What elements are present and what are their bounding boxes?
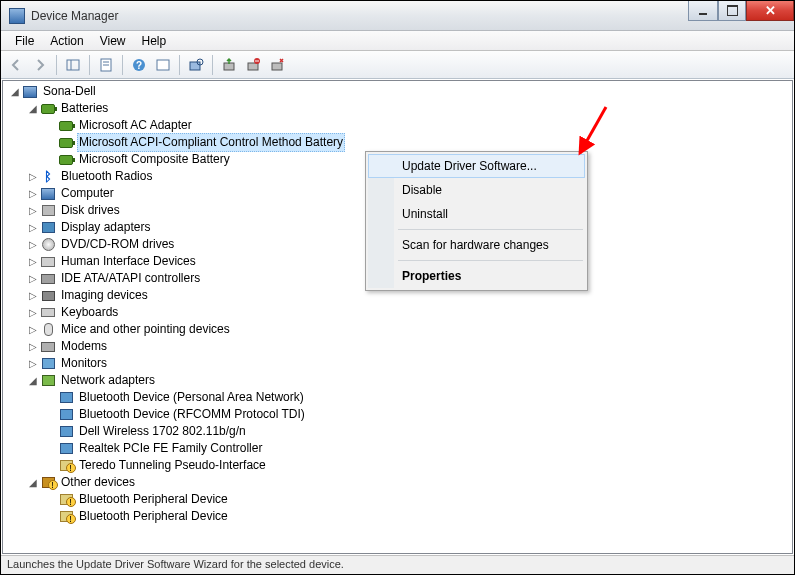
status-text: Launches the Update Driver Software Wiza… bbox=[7, 558, 344, 570]
tree-batteries[interactable]: ◢Batteries bbox=[5, 100, 792, 117]
tree-device-bt-periph-2[interactable]: Bluetooth Peripheral Device bbox=[5, 508, 792, 525]
app-icon bbox=[9, 8, 25, 24]
tree-modems[interactable]: ▷Modems bbox=[5, 338, 792, 355]
category-label: Batteries bbox=[59, 100, 110, 117]
device-label: Bluetooth Device (RFCOMM Protocol TDI) bbox=[77, 406, 307, 423]
tree-monitors[interactable]: ▷Monitors bbox=[5, 355, 792, 372]
category-label: Other devices bbox=[59, 474, 137, 491]
action-button[interactable] bbox=[152, 54, 174, 76]
tree-device-teredo[interactable]: Teredo Tunneling Pseudo-Interface bbox=[5, 457, 792, 474]
menubar: File Action View Help bbox=[1, 31, 794, 51]
category-label: Mice and other pointing devices bbox=[59, 321, 232, 338]
tree-keyboards[interactable]: ▷Keyboards bbox=[5, 304, 792, 321]
svg-rect-10 bbox=[224, 63, 234, 70]
disable-button[interactable] bbox=[266, 54, 288, 76]
category-label: IDE ATA/ATAPI controllers bbox=[59, 270, 202, 287]
scan-hardware-button[interactable] bbox=[185, 54, 207, 76]
svg-rect-14 bbox=[272, 63, 282, 70]
device-label: Microsoft Composite Battery bbox=[77, 151, 232, 168]
category-label: Computer bbox=[59, 185, 116, 202]
svg-rect-7 bbox=[157, 60, 169, 70]
tree-mice[interactable]: ▷Mice and other pointing devices bbox=[5, 321, 792, 338]
expand-icon[interactable]: ▷ bbox=[27, 219, 39, 236]
menu-label: Scan for hardware changes bbox=[402, 238, 549, 252]
forward-button[interactable] bbox=[29, 54, 51, 76]
context-disable[interactable]: Disable bbox=[368, 178, 585, 202]
device-label: Dell Wireless 1702 802.11b/g/n bbox=[77, 423, 248, 440]
tree-network[interactable]: ◢Network adapters bbox=[5, 372, 792, 389]
menu-label: Update Driver Software... bbox=[402, 159, 537, 173]
show-hide-console-tree-button[interactable] bbox=[62, 54, 84, 76]
expand-icon[interactable]: ▷ bbox=[27, 168, 39, 185]
device-label: Microsoft AC Adapter bbox=[77, 117, 194, 134]
expand-icon[interactable]: ▷ bbox=[27, 304, 39, 321]
context-uninstall[interactable]: Uninstall bbox=[368, 202, 585, 226]
menu-label: Properties bbox=[402, 269, 461, 283]
titlebar: Device Manager ✕ bbox=[1, 1, 794, 31]
collapse-icon[interactable]: ◢ bbox=[27, 372, 39, 389]
window-controls: ✕ bbox=[688, 1, 794, 21]
category-label: Keyboards bbox=[59, 304, 120, 321]
toolbar: ? bbox=[1, 51, 794, 79]
menu-file[interactable]: File bbox=[7, 32, 42, 50]
expand-icon[interactable]: ▷ bbox=[27, 321, 39, 338]
tree-other[interactable]: ◢Other devices bbox=[5, 474, 792, 491]
expand-icon[interactable]: ▷ bbox=[27, 355, 39, 372]
tree-device-ac-adapter[interactable]: Microsoft AC Adapter bbox=[5, 117, 792, 134]
collapse-icon[interactable]: ◢ bbox=[27, 100, 39, 117]
menu-help[interactable]: Help bbox=[134, 32, 175, 50]
category-label: Imaging devices bbox=[59, 287, 150, 304]
uninstall-button[interactable] bbox=[242, 54, 264, 76]
expand-icon[interactable]: ▷ bbox=[27, 236, 39, 253]
tree-root[interactable]: ◢Sona-Dell bbox=[5, 83, 792, 100]
tree-root-label: Sona-Dell bbox=[41, 83, 98, 100]
svg-rect-11 bbox=[248, 63, 258, 70]
tree-device-bt-periph-1[interactable]: Bluetooth Peripheral Device bbox=[5, 491, 792, 508]
category-label: Network adapters bbox=[59, 372, 157, 389]
context-update-driver[interactable]: Update Driver Software... bbox=[368, 154, 585, 178]
expand-icon[interactable]: ▷ bbox=[27, 202, 39, 219]
menu-label: Uninstall bbox=[402, 207, 448, 221]
help-button[interactable]: ? bbox=[128, 54, 150, 76]
statusbar: Launches the Update Driver Software Wiza… bbox=[1, 555, 794, 574]
context-properties[interactable]: Properties bbox=[368, 264, 585, 288]
category-label: Modems bbox=[59, 338, 109, 355]
update-driver-button[interactable] bbox=[218, 54, 240, 76]
category-label: Human Interface Devices bbox=[59, 253, 198, 270]
expand-icon[interactable]: ▷ bbox=[27, 253, 39, 270]
maximize-button[interactable] bbox=[718, 1, 746, 21]
collapse-icon[interactable]: ◢ bbox=[27, 474, 39, 491]
close-button[interactable]: ✕ bbox=[746, 1, 794, 21]
back-button[interactable] bbox=[5, 54, 27, 76]
expand-icon[interactable]: ▷ bbox=[27, 270, 39, 287]
window-title: Device Manager bbox=[31, 9, 118, 23]
context-scan[interactable]: Scan for hardware changes bbox=[368, 233, 585, 257]
device-label: Realtek PCIe FE Family Controller bbox=[77, 440, 264, 457]
menu-separator bbox=[398, 260, 583, 261]
svg-rect-8 bbox=[190, 62, 200, 70]
tree-device-realtek[interactable]: Realtek PCIe FE Family Controller bbox=[5, 440, 792, 457]
tree-device-dell-wireless[interactable]: Dell Wireless 1702 802.11b/g/n bbox=[5, 423, 792, 440]
menu-action[interactable]: Action bbox=[42, 32, 91, 50]
category-label: Display adapters bbox=[59, 219, 152, 236]
tree-device-acpi-battery[interactable]: Microsoft ACPI-Compliant Control Method … bbox=[5, 134, 792, 151]
category-label: Disk drives bbox=[59, 202, 122, 219]
category-label: Bluetooth Radios bbox=[59, 168, 154, 185]
device-label: Bluetooth Peripheral Device bbox=[77, 491, 230, 508]
device-label: Bluetooth Device (Personal Area Network) bbox=[77, 389, 306, 406]
svg-text:?: ? bbox=[136, 60, 142, 71]
device-label: Teredo Tunneling Pseudo-Interface bbox=[77, 457, 268, 474]
properties-button[interactable] bbox=[95, 54, 117, 76]
category-label: DVD/CD-ROM drives bbox=[59, 236, 176, 253]
minimize-button[interactable] bbox=[688, 1, 718, 21]
menu-view[interactable]: View bbox=[92, 32, 134, 50]
context-menu: Update Driver Software... Disable Uninst… bbox=[365, 151, 588, 291]
tree-device-bt-pan[interactable]: Bluetooth Device (Personal Area Network) bbox=[5, 389, 792, 406]
svg-rect-0 bbox=[67, 60, 79, 70]
expand-icon[interactable]: ▷ bbox=[27, 338, 39, 355]
menu-label: Disable bbox=[402, 183, 442, 197]
tree-device-bt-rfcomm[interactable]: Bluetooth Device (RFCOMM Protocol TDI) bbox=[5, 406, 792, 423]
expand-icon[interactable]: ▷ bbox=[27, 185, 39, 202]
expand-icon[interactable]: ▷ bbox=[27, 287, 39, 304]
collapse-icon[interactable]: ◢ bbox=[9, 83, 21, 100]
